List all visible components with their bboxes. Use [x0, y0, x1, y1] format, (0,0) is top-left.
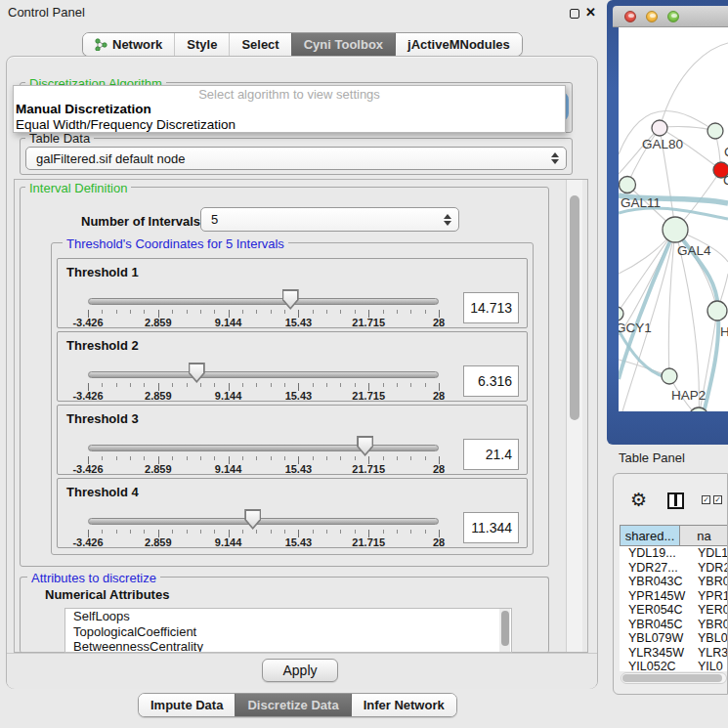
network-node[interactable] [652, 120, 667, 136]
cell-shared-name[interactable]: YIL052C [620, 660, 692, 671]
cell-name[interactable]: YBL0 [692, 631, 728, 646]
slider-tick [172, 310, 173, 314]
tab-network-label: Network [112, 33, 162, 56]
network-node[interactable] [663, 217, 688, 242]
tab-network[interactable]: Network [83, 33, 174, 56]
network-node[interactable] [707, 123, 723, 139]
threshold-3-slider-thumb[interactable] [357, 436, 373, 456]
cell-shared-name[interactable]: YPR145W [620, 589, 692, 604]
network-edge [660, 43, 728, 128]
node-label: GAL4 [677, 243, 711, 258]
tab-style[interactable]: Style [174, 33, 229, 56]
close-icon[interactable]: ✕ [585, 5, 596, 20]
list-scrollbar[interactable] [499, 609, 510, 652]
cell-shared-name[interactable]: YBL079W [620, 631, 692, 646]
checkbox-icon[interactable] [702, 495, 710, 504]
table-panel-title: Table Panel [619, 450, 685, 465]
cell-name[interactable]: YLR3 [692, 646, 728, 661]
slider-tick [200, 530, 201, 534]
table-row[interactable]: YBR045CYBR0 [620, 618, 728, 632]
threshold-2-slider-thumb[interactable] [189, 363, 205, 383]
apply-button[interactable]: Apply [262, 659, 338, 682]
cell-name[interactable]: YPR1 [692, 589, 728, 604]
network-node[interactable] [620, 177, 636, 193]
table-row[interactable]: YPR145WYPR1 [620, 589, 728, 604]
table-row[interactable]: YIL052CYIL0 [620, 660, 728, 671]
table-row[interactable]: YER054CYER0 [620, 603, 728, 618]
gear-icon[interactable]: ⚙ [630, 491, 647, 509]
column-header-shared-name[interactable]: shared... [620, 525, 680, 546]
zoom-traffic-light-icon[interactable] [667, 11, 679, 22]
tab-cyni-toolbox[interactable]: Cyni Toolbox [291, 33, 395, 56]
table-data-combobox[interactable]: galFiltered.sif default node [25, 147, 567, 170]
table-row[interactable]: YLR345WYLR3 [620, 646, 728, 661]
network-node[interactable] [662, 368, 677, 384]
minimize-traffic-light-icon[interactable] [646, 11, 658, 22]
column-header-name[interactable]: na [680, 525, 728, 546]
table-row[interactable]: YDR27...YDR2 [620, 561, 728, 576]
cell-name[interactable]: YDR2 [692, 561, 728, 576]
cell-name[interactable]: YDL1 [692, 546, 728, 561]
tab-jactivemnodules[interactable]: jActiveMNodules [395, 33, 522, 56]
float-window-icon[interactable] [570, 9, 579, 19]
cell-shared-name[interactable]: YDL19... [620, 546, 692, 561]
threshold-2-value-field[interactable]: 6.316 [463, 365, 519, 397]
slider-tick [410, 383, 411, 387]
network-edge [668, 230, 675, 376]
network-node[interactable] [619, 307, 623, 321]
slider-tick [214, 530, 215, 534]
network-canvas[interactable]: GAL80GACGAL11GAL4GCY1HHAP2 [619, 27, 728, 411]
cell-shared-name[interactable]: YBR043C [620, 575, 692, 589]
dropdown-prompt-item[interactable]: Select algorithm to view settings [14, 86, 565, 102]
slider-tick [130, 456, 131, 460]
cell-shared-name[interactable]: YBR045C [620, 618, 692, 632]
cell-name[interactable]: YIL0 [692, 660, 728, 671]
threshold-4-slider-thumb[interactable] [244, 509, 261, 530]
scrollbar-thumb[interactable] [622, 674, 722, 682]
numerical-attributes-list[interactable]: SelfLoops TopologicalCoefficient Between… [64, 608, 512, 653]
cell-shared-name[interactable]: YLR345W [620, 646, 692, 661]
cell-name[interactable]: YER0 [692, 603, 728, 618]
scrollbar-thumb[interactable] [501, 611, 509, 646]
list-item[interactable]: SelfLoops [65, 609, 511, 624]
table-row[interactable]: YBR043CYBR0 [620, 575, 728, 589]
number-of-intervals-combobox[interactable]: 5 [200, 207, 459, 232]
table-row[interactable]: YDL19...YDL1 [620, 546, 728, 561]
scrollbar-thumb[interactable] [570, 195, 579, 420]
tab-impute-data[interactable]: Impute Data [139, 694, 235, 716]
split-columns-icon[interactable] [667, 492, 684, 509]
horizontal-scrollbar[interactable] [621, 672, 727, 684]
table-row[interactable]: YBL079WYBL0 [620, 631, 728, 646]
cell-name[interactable]: YBR0 [692, 575, 728, 589]
network-node[interactable] [707, 301, 727, 321]
tab-discretize-data[interactable]: Discretize Data [235, 694, 350, 716]
cell-shared-name[interactable]: YER054C [620, 603, 692, 618]
close-traffic-light-icon[interactable] [624, 11, 636, 22]
node-label: GAL11 [621, 195, 661, 210]
list-item[interactable]: BetweennessCentrality [65, 639, 511, 653]
threshold-4-slider-track[interactable] [88, 518, 439, 525]
threshold-3-value-field[interactable]: 21.4 [463, 439, 519, 470]
threshold-2-block: Threshold 2 -3.4262.8599.14415.4321.7152… [57, 331, 528, 402]
slider-tick [102, 383, 103, 387]
network-window-titlebar[interactable] [613, 6, 728, 27]
slider-tick [410, 530, 411, 534]
cell-name[interactable]: YBR0 [692, 618, 728, 632]
slider-tick [313, 310, 314, 314]
cell-shared-name[interactable]: YDR27... [620, 561, 692, 576]
threshold-1-slider-track[interactable] [88, 298, 439, 305]
threshold-2-slider-track[interactable] [88, 371, 439, 378]
dropdown-option-equal-width[interactable]: Equal Width/Frequency Discretization [14, 117, 565, 133]
dropdown-option-manual-discretization[interactable]: Manual Discretization [14, 102, 565, 117]
network-view-window: GAL80GACGAL11GAL4GCY1HHAP2 [607, 0, 728, 445]
threshold-3-slider-track[interactable] [88, 445, 439, 451]
slider-tick-labels: -3.4262.8599.14415.4321.71528 [58, 390, 527, 402]
threshold-1-value-field[interactable]: 14.713 [463, 292, 519, 323]
tab-infer-network[interactable]: Infer Network [351, 694, 456, 716]
checkbox-icon[interactable] [713, 495, 722, 504]
threshold-4-value-field[interactable]: 11.344 [463, 512, 519, 543]
tab-select[interactable]: Select [229, 33, 290, 56]
list-item[interactable]: TopologicalCoefficient [65, 624, 511, 640]
threshold-1-slider-thumb[interactable] [282, 289, 299, 310]
vertical-scrollbar[interactable] [566, 180, 582, 652]
